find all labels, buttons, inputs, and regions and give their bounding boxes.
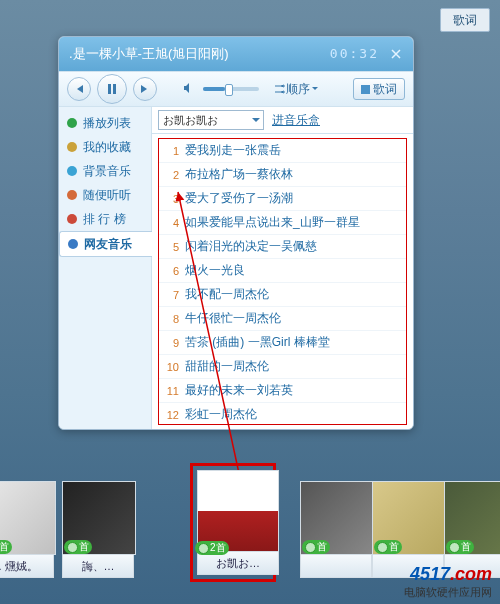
sidebar-tab-5[interactable]: 网友音乐 [59, 231, 152, 257]
friend-select[interactable]: お凯お凯お [158, 110, 264, 130]
player-window: .是一棵小草-王旭(旭日阳刚) 00:32 顺序 歌词 播放列表我的收藏背景音乐… [58, 36, 414, 430]
track-title: 我不配一周杰伦 [185, 286, 402, 303]
sidebar-tab-4[interactable]: 排 行 榜 [59, 207, 151, 231]
tab-icon [65, 188, 79, 202]
lyrics-label: 歌词 [373, 81, 397, 98]
volume-slider[interactable] [203, 87, 259, 91]
main-toolbar: お凯お凯お 进音乐盒 [152, 107, 413, 134]
track-number: 2 [163, 169, 179, 181]
svg-rect-0 [108, 84, 111, 94]
track-number: 7 [163, 289, 179, 301]
playlist-row[interactable]: 1爱我别走一张震岳 [159, 139, 406, 163]
tab-label: 播放列表 [83, 115, 131, 132]
track-number: 9 [163, 337, 179, 349]
dock-badge: 首 [446, 540, 474, 554]
playlist-row[interactable]: 10甜甜的一周杰伦 [159, 355, 406, 379]
playlist-row[interactable]: 4如果爱能早点说出来_山野一群星 [159, 211, 406, 235]
track-number: 12 [163, 409, 179, 421]
svg-rect-1 [113, 84, 116, 94]
playlist-row[interactable]: 8牛仔很忙一周杰伦 [159, 307, 406, 331]
playlist-row[interactable]: 5闪着泪光的决定一吴佩慈 [159, 235, 406, 259]
dock-item-1[interactable]: 誨、…首 [62, 481, 134, 578]
main-panel: お凯お凯お 进音乐盒 1爱我别走一张震岳2布拉格广场一蔡依林3爱大了受伤了一汤潮… [152, 107, 413, 430]
watermark: 4517.com 电脑软硬件应用网 [404, 564, 492, 600]
svg-point-4 [67, 166, 77, 176]
svg-point-3 [67, 142, 77, 152]
playlist: 1爱我别走一张震岳2布拉格广场一蔡依林3爱大了受伤了一汤潮4如果爱能早点说出来_… [158, 138, 407, 425]
svg-point-5 [67, 190, 77, 200]
svg-point-7 [68, 239, 78, 249]
playlist-row[interactable]: 9苦茶 (插曲) 一黑Girl 棒棒堂 [159, 331, 406, 355]
close-button[interactable] [389, 47, 403, 61]
playlist-row[interactable]: 12彩虹一周杰伦 [159, 403, 406, 425]
music-box-link[interactable]: 进音乐盒 [272, 112, 320, 129]
lyrics-icon [361, 85, 370, 94]
tab-icon [65, 140, 79, 154]
elapsed-time: 00:32 [330, 37, 379, 71]
sidebar-tab-2[interactable]: 背景音乐 [59, 159, 151, 183]
dock-badge: 2首 [195, 541, 229, 555]
track-number: 6 [163, 265, 179, 277]
title-bar: .是一棵小草-王旭(旭日阳刚) 00:32 [59, 37, 413, 71]
lyrics-button[interactable]: 歌词 [353, 78, 405, 100]
sidebar-tab-0[interactable]: 播放列表 [59, 111, 151, 135]
playlist-row[interactable]: 2布拉格广场一蔡依林 [159, 163, 406, 187]
playlist-row[interactable]: 6烟火一光良 [159, 259, 406, 283]
track-title: 甜甜的一周杰伦 [185, 358, 402, 375]
mode-label: 顺序 [286, 81, 310, 98]
volume-icon[interactable] [183, 82, 195, 97]
track-number: 3 [163, 193, 179, 205]
pause-button[interactable] [97, 74, 127, 104]
sidebar: 播放列表我的收藏背景音乐随便听听排 行 榜网友音乐 [59, 107, 152, 430]
tab-icon [65, 116, 79, 130]
track-title: 牛仔很忙一周杰伦 [185, 310, 402, 327]
prev-button[interactable] [67, 77, 91, 101]
tab-label: 我的收藏 [83, 139, 131, 156]
track-title: 闪着泪光的决定一吴佩慈 [185, 238, 402, 255]
dock-badge: 首 [64, 540, 92, 554]
track-number: 11 [163, 385, 179, 397]
track-title: 如果爱能早点说出来_山野一群星 [185, 214, 402, 231]
track-number: 8 [163, 313, 179, 325]
svg-point-6 [67, 214, 77, 224]
prev-icon [74, 84, 84, 94]
dock-caption: お凯お… [197, 552, 279, 575]
dock-badge: 首 [302, 540, 330, 554]
dock-item-0[interactable]: . 燻娀。首 [0, 481, 54, 578]
track-title: 烟火一光良 [185, 262, 402, 279]
sidebar-tab-3[interactable]: 随便听听 [59, 183, 151, 207]
control-bar: 顺序 歌词 [59, 71, 413, 107]
dock-badge: 首 [374, 540, 402, 554]
tab-label: 随便听听 [83, 187, 131, 204]
playlist-row[interactable]: 3爱大了受伤了一汤潮 [159, 187, 406, 211]
track-number: 5 [163, 241, 179, 253]
dock-caption [300, 555, 372, 578]
track-title: 爱大了受伤了一汤潮 [185, 190, 402, 207]
track-number: 10 [163, 361, 179, 373]
tab-label: 背景音乐 [83, 163, 131, 180]
playlist-row[interactable]: 7我不配一周杰伦 [159, 283, 406, 307]
tab-icon [65, 212, 79, 226]
playlist-row[interactable]: 11最好的未来一刘若英 [159, 379, 406, 403]
top-lyrics-button[interactable]: 歌词 [440, 8, 490, 32]
track-title: 彩虹一周杰伦 [185, 406, 402, 423]
sidebar-tab-1[interactable]: 我的收藏 [59, 135, 151, 159]
now-playing-title: .是一棵小草-王旭(旭日阳刚) [69, 37, 322, 71]
dock-avatar [197, 470, 279, 552]
tab-label: 排 行 榜 [83, 211, 126, 228]
tab-icon [66, 237, 80, 251]
track-title: 最好的未来一刘若英 [185, 382, 402, 399]
track-title: 爱我别走一张震岳 [185, 142, 402, 159]
dock-caption: . 燻娀。 [0, 555, 54, 578]
tab-icon [65, 164, 79, 178]
dock-item-2[interactable]: お凯お…2首 [190, 463, 276, 582]
chevron-down-icon [311, 86, 319, 92]
shuffle-icon [274, 84, 286, 94]
track-number: 4 [163, 217, 179, 229]
next-icon [140, 84, 150, 94]
next-button[interactable] [133, 77, 157, 101]
play-mode-button[interactable]: 顺序 [273, 81, 319, 98]
track-number: 1 [163, 145, 179, 157]
svg-point-2 [67, 118, 77, 128]
dock-item-3[interactable]: 首 [300, 481, 372, 578]
